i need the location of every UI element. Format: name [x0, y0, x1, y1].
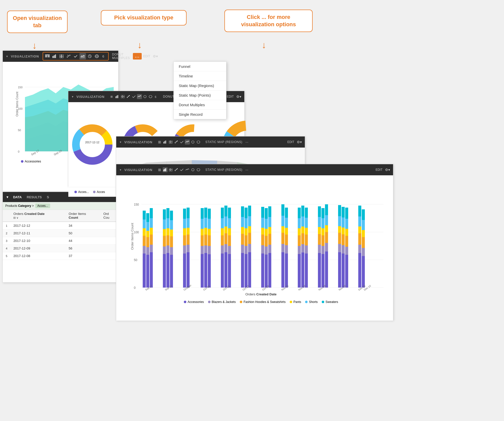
donut-icon-group: ⊞ 6	[109, 94, 159, 99]
svg-rect-128	[163, 254, 166, 288]
data-collapse-triangle[interactable]: ▼	[6, 195, 9, 199]
dropdown-item-static-map-regions[interactable]: Static Map (Regions)	[174, 81, 226, 91]
viz-icon-bar[interactable]	[51, 53, 58, 60]
svg-rect-0	[45, 54, 50, 55]
dropdown-item-donut-multiples[interactable]: Donut Multiples	[174, 100, 226, 110]
bar-more-button[interactable]: ···	[245, 168, 248, 172]
bar-icon-clock[interactable]	[190, 167, 195, 172]
annotation-arrow-3: ↓	[262, 40, 266, 50]
svg-rect-300	[358, 216, 361, 227]
svg-rect-161	[201, 229, 204, 235]
map-edit-button[interactable]: EDIT	[287, 140, 294, 144]
bar-icon-globe[interactable]	[196, 167, 201, 172]
svg-rect-155	[187, 228, 190, 235]
svg-rect-131	[163, 229, 166, 236]
donut-icon-six[interactable]: 6	[154, 94, 159, 99]
donut-icon-table[interactable]: ⊞	[109, 94, 114, 99]
donut-icon-globe[interactable]	[148, 94, 153, 99]
svg-rect-225	[268, 245, 271, 253]
bar-chart-legend: Accessories Blazers & Jackets Fashion Ho…	[134, 298, 388, 306]
svg-rect-247	[298, 208, 301, 218]
viz-icon-check[interactable]	[72, 53, 79, 60]
legend-item-accessories: Accessories	[21, 160, 41, 163]
svg-rect-39	[115, 96, 116, 98]
viz-edit-button[interactable]: EDIT	[143, 54, 150, 58]
svg-rect-232	[281, 233, 284, 244]
svg-rect-112	[143, 236, 146, 246]
dropdown-item-static-map-points[interactable]: Static Map (Points)	[174, 91, 226, 100]
map-icon-pivot[interactable]	[168, 139, 173, 145]
svg-rect-291	[345, 247, 348, 255]
map-icon-area[interactable]	[185, 139, 190, 145]
donut-edit-button[interactable]: EDIT	[227, 95, 234, 98]
bar-edit-button[interactable]: EDIT	[376, 168, 382, 172]
donut-icon-area[interactable]	[137, 94, 142, 99]
map-more-button[interactable]: ···	[245, 140, 248, 144]
donut-icon-bar[interactable]	[115, 94, 120, 99]
annotation-bubble-1: Open visualization tab	[7, 11, 68, 33]
viz-icon-clock[interactable]	[86, 53, 93, 60]
map-icon-globe[interactable]	[196, 139, 201, 145]
donut-icon-pivot[interactable]	[120, 94, 125, 99]
viz-gear-button[interactable]: ⚙▾	[153, 54, 158, 58]
svg-rect-159	[201, 246, 204, 254]
viz-icon-pivot[interactable]	[58, 53, 65, 60]
bar-icon-pivot[interactable]	[168, 167, 173, 172]
svg-rect-289	[342, 207, 345, 217]
viz-icon-six[interactable]: 6	[101, 53, 107, 60]
bar-legend-hoodies: Fashion Hoodies & Sweatshirts	[240, 300, 286, 304]
map-icon-scatter[interactable]	[174, 139, 179, 145]
viz-icon-table[interactable]	[44, 53, 51, 60]
viz-title: VISUALIZATION	[11, 54, 39, 58]
svg-rect-286	[342, 234, 345, 245]
svg-rect-213	[261, 245, 264, 254]
svg-rect-171	[208, 246, 211, 254]
donut-icon-scatter[interactable]	[126, 94, 131, 99]
svg-rect-151	[183, 209, 186, 219]
svg-rect-201	[245, 246, 248, 254]
bar-gear-button[interactable]: ⚙▾	[385, 168, 390, 172]
svg-point-99	[177, 168, 178, 169]
svg-rect-227	[268, 227, 271, 234]
viz-more-options-button[interactable]: ...	[133, 53, 142, 60]
svg-text:50: 50	[134, 258, 137, 262]
map-gear-button[interactable]: ⚙▾	[297, 140, 302, 144]
map-icon-check[interactable]	[179, 139, 184, 145]
svg-rect-293	[345, 229, 348, 236]
dropdown-item-timeline[interactable]: Timeline	[174, 71, 226, 81]
bar-y-axis-label: Order Items Count	[130, 223, 134, 250]
donut-icon-check[interactable]	[131, 94, 136, 99]
map-icon-table[interactable]: ⊞	[157, 139, 162, 145]
svg-rect-237	[285, 245, 288, 254]
svg-rect-185	[224, 227, 227, 233]
bar-icon-scatter[interactable]	[174, 167, 179, 172]
donut-gear-button[interactable]: ⚙▾	[236, 95, 241, 99]
data-tab-s[interactable]: S	[46, 195, 50, 199]
svg-rect-2	[48, 55, 50, 56]
svg-rect-263	[318, 227, 321, 234]
viz-icon-area[interactable]	[79, 53, 86, 60]
bar-icon-table[interactable]: ⊞	[157, 167, 162, 172]
collapse-triangle[interactable]: ▼	[6, 55, 8, 58]
map-icon-clock[interactable]	[190, 139, 195, 145]
svg-rect-181	[221, 208, 224, 218]
svg-point-80	[197, 141, 200, 143]
svg-rect-243	[298, 246, 301, 254]
dropdown-item-funnel[interactable]: Funnel	[174, 62, 226, 71]
bar-icon-area[interactable]	[185, 167, 190, 172]
data-tab-data[interactable]: DATA	[12, 195, 23, 199]
svg-rect-220	[265, 236, 268, 246]
svg-rect-203	[245, 228, 248, 235]
legend-color-accessories	[21, 160, 23, 163]
svg-rect-264	[318, 217, 321, 227]
map-icon-bar[interactable]	[163, 139, 168, 145]
bar-chart-svg: 0 50 100 150	[134, 180, 386, 291]
viz-icon-globe[interactable]	[94, 53, 100, 60]
data-tab-results[interactable]: RESULTS	[26, 195, 43, 199]
dropdown-item-single-record[interactable]: Single Record	[174, 110, 226, 119]
viz-icon-scatter[interactable]	[65, 53, 72, 60]
donut-icon-clock[interactable]	[142, 94, 147, 99]
svg-point-101	[197, 169, 200, 171]
bar-icon-bar[interactable]	[163, 167, 168, 172]
bar-icon-check[interactable]	[179, 167, 184, 172]
